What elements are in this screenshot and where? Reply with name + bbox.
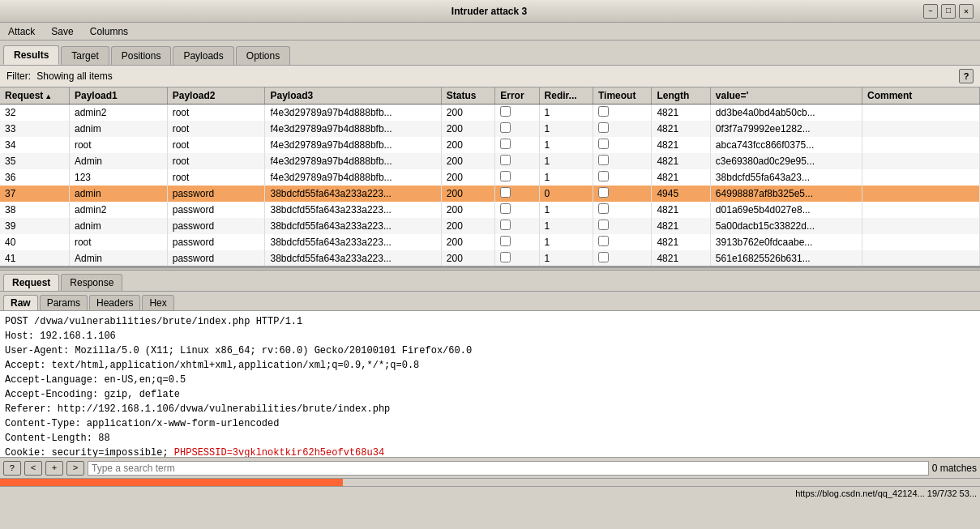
tab-payloads[interactable]: Payloads xyxy=(173,46,233,65)
table-checkbox[interactable] xyxy=(598,203,609,214)
table-checkbox[interactable] xyxy=(500,220,511,230)
table-row[interactable]: 40rootpassword38bdcfd55fa643a233a223...2… xyxy=(0,234,980,250)
next-button[interactable]: > xyxy=(66,461,84,476)
col-header-payload1[interactable]: Payload1 xyxy=(69,87,167,105)
table-cell[interactable] xyxy=(593,186,651,202)
col-header-timeout[interactable]: Timeout xyxy=(593,87,651,105)
table-cell[interactable] xyxy=(593,105,651,122)
table-checkbox[interactable] xyxy=(500,155,511,165)
table-cell[interactable] xyxy=(593,137,651,153)
table-cell: dd3be4a0bd4ab50cb... xyxy=(710,105,862,122)
col-header-payload3[interactable]: Payload3 xyxy=(265,87,441,105)
table-cell[interactable] xyxy=(593,153,651,169)
table-checkbox[interactable] xyxy=(598,187,609,198)
table-cell[interactable] xyxy=(495,186,539,202)
menu-save[interactable]: Save xyxy=(46,24,78,39)
table-checkbox[interactable] xyxy=(500,122,511,133)
table-cell[interactable] xyxy=(495,137,539,153)
col-header-comment[interactable]: Comment xyxy=(862,87,980,105)
table-checkbox[interactable] xyxy=(598,139,609,149)
table-cell: 33 xyxy=(0,121,69,137)
table-cell[interactable] xyxy=(495,202,539,218)
table-cell: root xyxy=(69,234,167,250)
table-row[interactable]: 37adminpassword38bdcfd55fa643a233a223...… xyxy=(0,186,980,202)
table-cell[interactable] xyxy=(593,169,651,186)
table-checkbox[interactable] xyxy=(500,106,511,117)
menu-attack[interactable]: Attack xyxy=(3,24,40,39)
col-header-redir[interactable]: Redir... xyxy=(539,87,593,105)
table-cell: 64998887af8b325e5... xyxy=(710,186,862,202)
table-cell: f4e3d29789a97b4d888bfb... xyxy=(265,137,441,153)
table-checkbox[interactable] xyxy=(500,252,511,262)
subtab-params[interactable]: Params xyxy=(40,295,88,310)
table-checkbox[interactable] xyxy=(500,236,511,246)
tab-positions[interactable]: Positions xyxy=(111,46,172,65)
table-checkbox[interactable] xyxy=(598,171,609,181)
table-checkbox[interactable] xyxy=(598,236,609,246)
table-row[interactable]: 42123password38bdcfd55fa643a233a223...20… xyxy=(0,267,980,267)
table-cell: password xyxy=(167,202,265,218)
table-row[interactable]: 41Adminpassword38bdcfd55fa643a233a223...… xyxy=(0,250,980,267)
add-button[interactable]: + xyxy=(45,461,63,476)
col-header-request[interactable]: Request▲ xyxy=(0,87,69,105)
table-cell[interactable] xyxy=(495,250,539,267)
table-cell xyxy=(862,137,980,153)
minimize-button[interactable]: – xyxy=(923,4,938,19)
table-checkbox[interactable] xyxy=(598,220,609,230)
col-header-value[interactable]: value=' xyxy=(710,87,862,105)
table-checkbox[interactable] xyxy=(500,171,511,181)
col-header-error[interactable]: Error xyxy=(495,87,539,105)
table-checkbox[interactable] xyxy=(500,187,511,198)
table-cell[interactable] xyxy=(593,121,651,137)
table-checkbox[interactable] xyxy=(598,122,609,133)
maximize-button[interactable]: □ xyxy=(941,4,956,19)
subtab-headers[interactable]: Headers xyxy=(89,295,140,310)
search-input[interactable] xyxy=(88,461,929,476)
subtab-hex[interactable]: Hex xyxy=(142,295,173,310)
table-checkbox[interactable] xyxy=(598,155,609,165)
table-cell[interactable] xyxy=(593,250,651,267)
table-cell[interactable] xyxy=(495,169,539,186)
table-row[interactable]: 38admin2password38bdcfd55fa643a233a223..… xyxy=(0,202,980,218)
table-cell[interactable] xyxy=(593,202,651,218)
subtab-raw[interactable]: Raw xyxy=(3,295,38,310)
menu-columns[interactable]: Columns xyxy=(85,24,133,39)
tab-options[interactable]: Options xyxy=(236,46,290,65)
table-row[interactable]: 36123rootf4e3d29789a97b4d888bfb...200148… xyxy=(0,169,980,186)
col-header-payload2[interactable]: Payload2 xyxy=(167,87,265,105)
table-checkbox[interactable] xyxy=(500,203,511,214)
tab-request[interactable]: Request xyxy=(3,274,59,291)
table-cell[interactable] xyxy=(495,121,539,137)
table-row[interactable]: 34rootrootf4e3d29789a97b4d888bfb...20014… xyxy=(0,137,980,153)
request-line: Cookie: security=impossible; PHPSESSID=3… xyxy=(5,446,975,457)
table-cell[interactable] xyxy=(593,267,651,267)
table-row[interactable]: 39adnimpassword38bdcfd55fa643a233a223...… xyxy=(0,218,980,234)
table-checkbox[interactable] xyxy=(598,106,609,117)
filter-help-button[interactable]: ? xyxy=(959,69,974,83)
table-cell[interactable] xyxy=(495,105,539,122)
table-cell[interactable] xyxy=(593,234,651,250)
status-text: https://blog.csdn.net/qq_42124... 19/7/3… xyxy=(795,488,977,498)
table-cell: 39 xyxy=(0,218,69,234)
close-button[interactable]: ✕ xyxy=(959,4,974,19)
col-header-status[interactable]: Status xyxy=(441,87,494,105)
tab-target[interactable]: Target xyxy=(61,46,109,65)
table-row[interactable]: 33adnimrootf4e3d29789a97b4d888bfb...2001… xyxy=(0,121,980,137)
table-row[interactable]: 35Adminrootf4e3d29789a97b4d888bfb...2001… xyxy=(0,153,980,169)
table-cell[interactable] xyxy=(495,267,539,267)
table-cell[interactable] xyxy=(495,234,539,250)
table-cell: 200 xyxy=(441,105,494,122)
table-cell[interactable] xyxy=(495,153,539,169)
tab-results[interactable]: Results xyxy=(3,45,59,65)
table-checkbox[interactable] xyxy=(500,139,511,149)
table-cell[interactable] xyxy=(495,218,539,234)
table-cell: 0 xyxy=(539,186,593,202)
table-cell[interactable] xyxy=(593,218,651,234)
tab-response[interactable]: Response xyxy=(61,274,122,291)
match-count: 0 matches xyxy=(932,463,977,474)
help-button[interactable]: ? xyxy=(3,461,21,476)
col-header-length[interactable]: Length xyxy=(652,87,710,105)
table-row[interactable]: 32admin2rootf4e3d29789a97b4d888bfb...200… xyxy=(0,105,980,122)
table-checkbox[interactable] xyxy=(598,252,609,262)
prev-button[interactable]: < xyxy=(24,461,42,476)
